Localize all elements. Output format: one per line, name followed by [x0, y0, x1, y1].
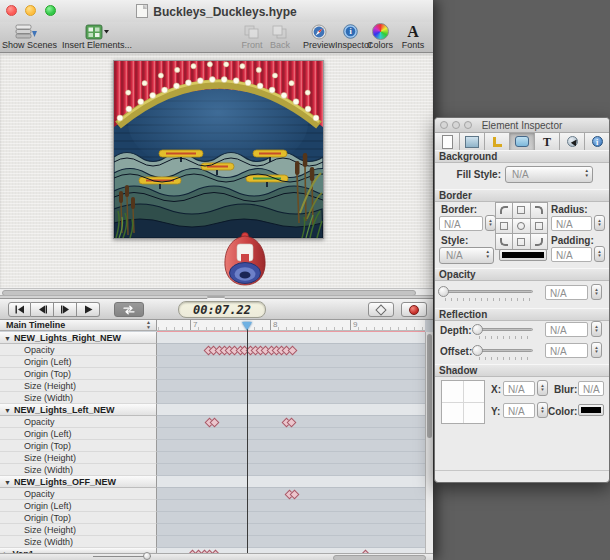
step-back-button[interactable]	[31, 302, 54, 317]
track-label-cell[interactable]: Opacity	[0, 344, 157, 356]
gun-element[interactable]	[222, 232, 268, 288]
offset-slider-thumb[interactable]	[472, 345, 483, 356]
timeline-property-row[interactable]: Origin (Top)	[0, 440, 425, 452]
stage-horizontal-scrollbar[interactable]	[0, 288, 433, 295]
track-label-cell[interactable]: Opacity	[0, 416, 157, 428]
timeline-property-row[interactable]: Size (Height)	[0, 380, 425, 392]
track-keyframe-area[interactable]	[157, 428, 425, 440]
keyframe-diamond[interactable]	[290, 490, 300, 500]
window-titlebar[interactable]: Buckleys_Duckleys.hype	[0, 0, 433, 22]
timeline-zoom-slider[interactable]	[93, 556, 151, 557]
disclosure-triangle-icon[interactable]: ▼	[4, 405, 11, 416]
track-label-cell[interactable]: Size (Width)	[0, 536, 157, 548]
timeline-stepper-icon[interactable]: ▲▼	[146, 320, 150, 330]
stage-pasteboard[interactable]	[0, 53, 433, 288]
track-keyframe-area[interactable]	[157, 440, 425, 452]
offset-slider[interactable]	[475, 349, 533, 352]
track-keyframe-area[interactable]	[157, 476, 425, 488]
track-label-cell[interactable]: Origin (Left)	[0, 428, 157, 440]
track-keyframe-area[interactable]	[157, 404, 425, 416]
track-label-cell[interactable]: Size (Width)	[0, 464, 157, 476]
track-label-cell[interactable]: ▼NEW_Lights_OFF_NEW	[0, 476, 157, 488]
shadow-direction-pad[interactable]	[441, 380, 485, 424]
back-button[interactable]: Back	[266, 23, 294, 51]
tab-text[interactable]: T	[535, 133, 560, 150]
depth-slider[interactable]	[475, 328, 533, 331]
show-scenes-button[interactable]: Show Scenes	[2, 23, 50, 51]
track-keyframe-area[interactable]	[157, 368, 425, 380]
tab-scene[interactable]	[460, 133, 485, 150]
disclosure-triangle-icon[interactable]: ▼	[4, 333, 11, 344]
shadow-blur-field[interactable]: N/A	[578, 381, 604, 396]
timeline-property-row[interactable]: Size (Width)	[0, 536, 425, 548]
track-keyframe-area[interactable]	[157, 536, 425, 548]
opacity-field[interactable]: N/A	[545, 285, 588, 300]
border-style-popup[interactable]: N/A ▲▼	[439, 247, 494, 264]
border-edge-top-button[interactable]	[512, 202, 530, 219]
timeline-horizontal-scrollbar[interactable]	[333, 555, 426, 560]
scrollbar-thumb[interactable]	[427, 334, 432, 438]
border-edge-left-button[interactable]	[495, 218, 513, 235]
timeline-property-row[interactable]: Origin (Top)	[0, 368, 425, 380]
border-corner-tl-button[interactable]	[495, 202, 513, 219]
timeline-property-row[interactable]: Size (Height)	[0, 524, 425, 536]
track-label-cell[interactable]: Size (Height)	[0, 524, 157, 536]
track-label-cell[interactable]: Size (Height)	[0, 380, 157, 392]
fill-style-popup[interactable]: N/A ▲▼	[505, 166, 593, 183]
track-label-cell[interactable]: Origin (Top)	[0, 512, 157, 524]
radius-stepper[interactable]: ▲▼	[594, 215, 605, 231]
track-label-cell[interactable]: Origin (Left)	[0, 500, 157, 512]
timeline-property-row[interactable]: Origin (Left)	[0, 428, 425, 440]
play-button[interactable]	[77, 302, 100, 317]
track-keyframe-area[interactable]	[157, 356, 425, 368]
opacity-slider-thumb[interactable]	[438, 286, 449, 297]
track-keyframe-area[interactable]	[157, 332, 425, 344]
track-keyframe-area[interactable]	[157, 488, 425, 500]
track-keyframe-area[interactable]	[157, 392, 425, 404]
shadow-x-stepper[interactable]: ▲▼	[537, 380, 548, 396]
track-label-cell[interactable]: ▼NEW_Lights_Right_NEW	[0, 332, 157, 344]
timeline-ruler[interactable]: 789	[157, 320, 425, 331]
zoom-slider-thumb[interactable]	[143, 552, 151, 560]
offset-stepper[interactable]: ▲▼	[591, 342, 602, 358]
opacity-stepper[interactable]: ▲▼	[591, 284, 602, 300]
border-corner-bl-button[interactable]	[495, 233, 513, 250]
track-keyframe-area[interactable]	[157, 416, 425, 428]
shadow-y-field[interactable]: N/A	[503, 403, 535, 418]
track-keyframe-area[interactable]	[157, 512, 425, 524]
radius-field[interactable]: N/A	[551, 216, 592, 231]
shadow-x-field[interactable]: N/A	[503, 381, 535, 396]
tab-metrics[interactable]	[485, 133, 510, 150]
track-label-cell[interactable]: Origin (Left)	[0, 356, 157, 368]
border-corner-tr-button[interactable]	[530, 202, 548, 219]
scene-canvas[interactable]	[113, 60, 324, 239]
colors-button[interactable]: Colors	[366, 23, 394, 51]
track-label-cell[interactable]: Size (Width)	[0, 392, 157, 404]
keyframe-diamond[interactable]	[210, 418, 220, 428]
timeline-selector[interactable]: Main Timeline ▲▼	[0, 320, 157, 331]
timeline-group-row[interactable]: ▼NEW_Lights_OFF_NEW	[0, 476, 425, 488]
track-label-cell[interactable]: Size (Height)	[0, 452, 157, 464]
track-keyframe-area[interactable]	[157, 380, 425, 392]
track-label-cell[interactable]: ▼NEW_Lights_Left_NEW	[0, 404, 157, 416]
track-keyframe-area[interactable]	[157, 464, 425, 476]
border-all-button[interactable]	[512, 218, 530, 235]
timeline-vertical-scrollbar[interactable]	[425, 332, 433, 553]
timeline-property-row[interactable]: Origin (Left)	[0, 356, 425, 368]
playhead[interactable]	[242, 322, 252, 330]
add-keyframe-button[interactable]	[368, 302, 394, 317]
depth-slider-thumb[interactable]	[472, 324, 483, 335]
track-keyframe-area[interactable]	[157, 452, 425, 464]
loop-toggle-button[interactable]	[114, 302, 144, 317]
timeline-property-row[interactable]: Origin (Top)	[0, 512, 425, 524]
front-button[interactable]: Front	[238, 23, 266, 51]
tab-element[interactable]	[510, 133, 535, 150]
track-keyframe-area[interactable]	[157, 344, 425, 356]
border-color-well[interactable]	[499, 249, 547, 261]
preview-button[interactable]: Preview	[303, 23, 335, 51]
border-edge-bottom-button[interactable]	[512, 233, 530, 250]
inspector-button[interactable]: i Inspector	[335, 23, 365, 51]
timeline-property-row[interactable]: Opacity	[0, 488, 425, 500]
timeline-property-row[interactable]: Size (Width)	[0, 392, 425, 404]
insert-elements-button[interactable]: Insert Elements...	[55, 23, 139, 51]
